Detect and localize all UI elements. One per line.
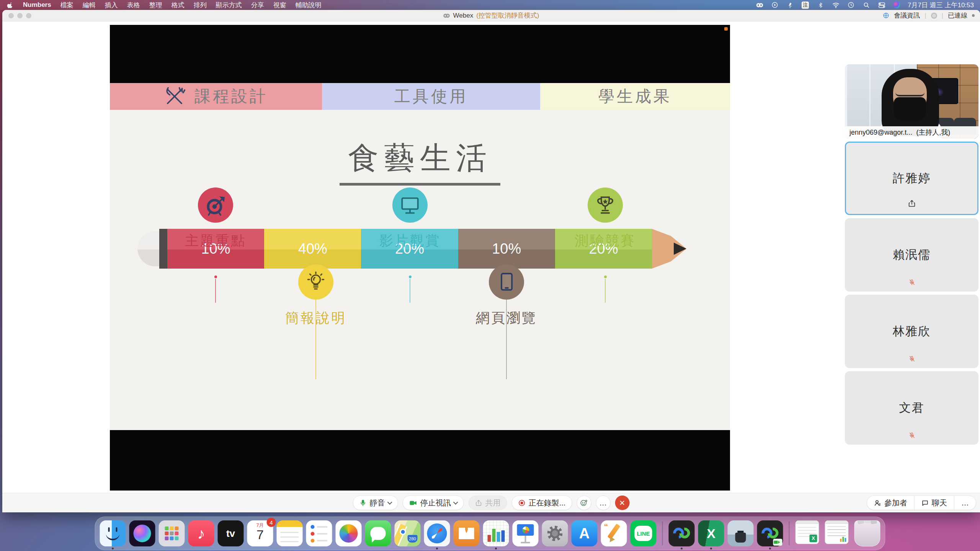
trophy-icon — [588, 187, 623, 223]
dock-minimized-document-window[interactable] — [825, 520, 851, 546]
monitor-icon — [392, 187, 428, 223]
traffic-lights — [8, 13, 31, 18]
bluetooth-icon[interactable] — [817, 1, 824, 9]
participant-tile[interactable]: 賴泯儒 — [845, 218, 978, 292]
menu-app-name[interactable]: Numbers — [23, 1, 51, 9]
participant-tile[interactable]: 林雅欣 — [845, 295, 978, 368]
menu-datetime[interactable]: 7月7日 週三 上午10:53 — [908, 1, 974, 10]
meeting-info-icon — [883, 12, 889, 19]
reactions-button[interactable] — [577, 496, 591, 510]
dock-launchpad-icon[interactable] — [159, 520, 185, 546]
control-center-icon[interactable] — [878, 1, 885, 9]
dock-music-icon[interactable]: ♪ — [188, 520, 214, 546]
chat-button[interactable]: 聊天 — [914, 496, 954, 510]
dock-webex-icon[interactable] — [669, 520, 695, 546]
slide-item-label: 簡報說明 — [258, 309, 373, 328]
menu-item-share[interactable]: 分享 — [251, 1, 264, 10]
stop-video-button[interactable]: 停止視訊 — [403, 496, 464, 510]
menu-item-table[interactable]: 表格 — [127, 1, 140, 10]
slide-item-label: 主題重點 — [158, 231, 273, 250]
spotlight-icon[interactable] — [862, 1, 870, 9]
menu-item-arrange[interactable]: 排列 — [194, 1, 207, 10]
participants-button[interactable]: 參加者 — [867, 496, 914, 510]
participant-tile[interactable]: 文君 — [845, 371, 978, 445]
slide-tab-label: 工具使用 — [394, 86, 468, 107]
slide-tab-label: 學生成果 — [598, 86, 672, 107]
menu-item-insert[interactable]: 插入 — [105, 1, 118, 10]
dock-line-icon[interactable]: LINE — [630, 520, 657, 546]
slide-corner-dot — [724, 27, 728, 31]
window-title-mode: (控管型取消靜音模式) — [476, 11, 539, 20]
dock-siri-icon[interactable] — [129, 520, 155, 546]
slide-title: 食藝生活 — [110, 138, 730, 186]
connection-dot-icon — [972, 14, 975, 17]
dock-finder-icon[interactable] — [100, 520, 126, 546]
dock-messages-icon[interactable] — [365, 520, 391, 546]
menu-item-view[interactable]: 顯示方式 — [216, 1, 242, 10]
quote-glyph: “ — [604, 522, 608, 532]
pencil-segment: 10% — [458, 229, 555, 269]
camera-badge-icon — [773, 539, 782, 546]
time-machine-icon[interactable] — [847, 1, 855, 9]
dock-numbers-icon[interactable] — [483, 520, 509, 546]
participant-tile[interactable]: 許雅婷 — [845, 142, 978, 215]
fork-knife-icon — [164, 86, 185, 107]
minimize-window-button[interactable] — [17, 13, 23, 18]
dock-webex-meeting-icon[interactable] — [757, 520, 783, 546]
leave-meeting-button[interactable]: ✕ — [615, 496, 629, 510]
window-titlebar[interactable]: Webex (控管型取消靜音模式) 會議資訊 | | 已連線 — [2, 10, 980, 21]
dock-keynote-icon[interactable] — [513, 520, 539, 546]
menu-item-window[interactable]: 視窗 — [273, 1, 286, 10]
dock-calendar-icon[interactable]: 4 7月 7 — [247, 520, 273, 546]
slide-top-black-bar — [110, 25, 730, 83]
meeting-info-link[interactable]: 會議資訊 — [894, 11, 920, 20]
menu-item-file[interactable]: 檔案 — [60, 1, 74, 10]
calendar-badge: 4 — [267, 518, 276, 527]
dock-safari-icon[interactable] — [424, 520, 450, 546]
apple-menu-icon[interactable] — [6, 1, 14, 9]
dock-notes-icon[interactable] — [277, 520, 303, 546]
wifi-icon[interactable] — [832, 1, 840, 9]
more-options-button[interactable]: … — [596, 496, 610, 510]
webex-window: Webex (控管型取消靜音模式) 會議資訊 | | 已連線 — [2, 10, 980, 512]
window-title: Webex — [453, 12, 474, 20]
dock-appstore-icon[interactable]: A — [572, 520, 598, 546]
self-video-label: jenny069@wagor.t... (主持人,我) — [845, 126, 978, 139]
chevron-down-icon[interactable] — [387, 500, 392, 505]
share-icon — [908, 199, 916, 209]
close-window-button[interactable] — [8, 13, 14, 18]
slide-item-label: 網頁瀏覽 — [449, 309, 564, 328]
dock-reminders-icon[interactable] — [306, 520, 332, 546]
zoom-window-button[interactable] — [26, 13, 31, 18]
input-method-icon[interactable]: 注 — [802, 2, 809, 9]
screen-record-status-icon[interactable] — [771, 1, 779, 9]
dock-maps-icon[interactable]: 280 — [395, 520, 421, 546]
menu-item-format[interactable]: 格式 — [172, 1, 185, 10]
panel-more-button[interactable]: … — [954, 496, 976, 510]
dock-image-preview-icon[interactable] — [728, 520, 754, 546]
dock-tv-icon[interactable]: tv — [218, 520, 244, 546]
dock-minimized-excel-window[interactable]: X — [795, 520, 822, 546]
dock-pages-icon[interactable]: “ — [601, 520, 627, 546]
dock-excel-icon[interactable]: X — [698, 520, 724, 546]
chevron-down-icon[interactable] — [453, 500, 458, 505]
dock-trash-icon[interactable] — [854, 520, 880, 546]
slide-tab-course-design: 課程設計 — [110, 83, 322, 110]
muted-mic-icon — [908, 355, 915, 364]
recording-button[interactable]: 正在錄製... — [512, 496, 572, 510]
dock-books-icon[interactable] — [454, 520, 480, 546]
mute-button[interactable]: 靜音 — [353, 496, 398, 510]
webex-status-icon[interactable] — [756, 1, 763, 9]
siri-icon[interactable] — [893, 2, 900, 8]
self-video-tile[interactable]: jenny069@wagor.t... (主持人,我) — [845, 64, 978, 139]
menu-bar: Numbers 檔案 編輯 插入 表格 整理 格式 排列 顯示方式 分享 視窗 … — [0, 0, 980, 10]
menu-item-organize[interactable]: 整理 — [149, 1, 162, 10]
dictation-status-icon[interactable] — [786, 1, 794, 9]
menu-item-help[interactable]: 輔助說明 — [296, 1, 322, 10]
dock-settings-icon[interactable] — [542, 520, 568, 546]
menu-item-edit[interactable]: 編輯 — [83, 1, 96, 10]
slide-item-label: 影片觀賞 — [353, 231, 467, 250]
pencil-eraser — [137, 231, 160, 266]
slide-bottom-black-bar — [110, 430, 730, 491]
dock-photos-icon[interactable] — [336, 520, 362, 546]
